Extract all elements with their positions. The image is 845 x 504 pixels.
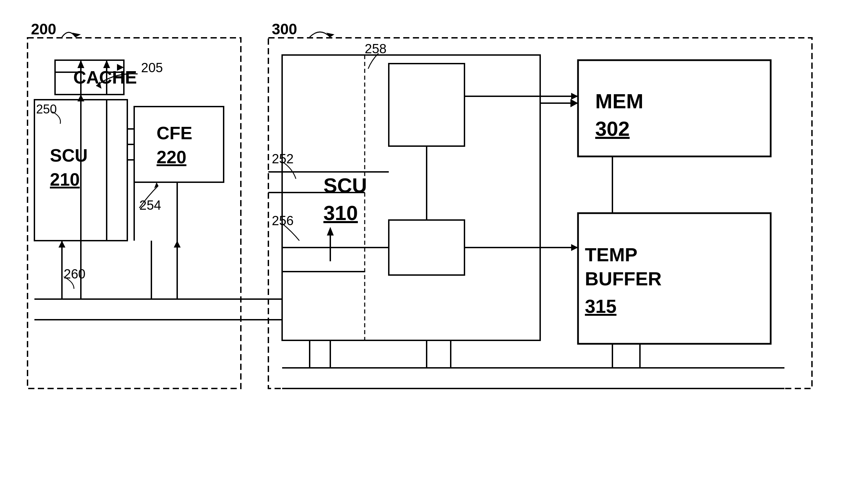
cfe220-box xyxy=(134,107,224,182)
svg-marker-25 xyxy=(58,241,65,248)
label-250: 250 xyxy=(36,102,57,116)
scu310-inner-bottom xyxy=(389,220,464,275)
label-200: 200 xyxy=(31,21,56,37)
diagram-container: 200 CACHE 205 250 SCU 210 CFE 220 254 xyxy=(0,0,845,504)
mem302-num: 302 xyxy=(595,117,630,140)
scu310-label: SCU xyxy=(323,174,367,197)
svg-marker-36 xyxy=(571,93,578,100)
svg-marker-58 xyxy=(570,99,578,107)
cfe220-label: CFE xyxy=(157,123,192,143)
mem302-label: MEM xyxy=(595,90,643,113)
label-256: 256 xyxy=(272,213,293,228)
temp-buffer-label1: TEMP xyxy=(585,244,638,265)
label-205: 205 xyxy=(141,61,163,75)
label-252: 252 xyxy=(272,152,293,166)
svg-marker-38 xyxy=(571,244,578,251)
cfe220-num: 220 xyxy=(157,147,186,167)
scu310-num: 310 xyxy=(323,201,358,224)
label-254: 254 xyxy=(139,198,161,212)
temp-buffer-num: 315 xyxy=(585,296,617,317)
label-300: 300 xyxy=(272,21,297,37)
scu210-num: 210 xyxy=(50,169,80,189)
cache-label: CACHE xyxy=(73,67,137,87)
label-258: 258 xyxy=(365,42,386,56)
scu210-label: SCU xyxy=(50,145,88,165)
temp-buffer-label2: BUFFER xyxy=(585,268,662,289)
svg-marker-28 xyxy=(174,241,181,248)
scu310-inner-top xyxy=(389,64,464,146)
